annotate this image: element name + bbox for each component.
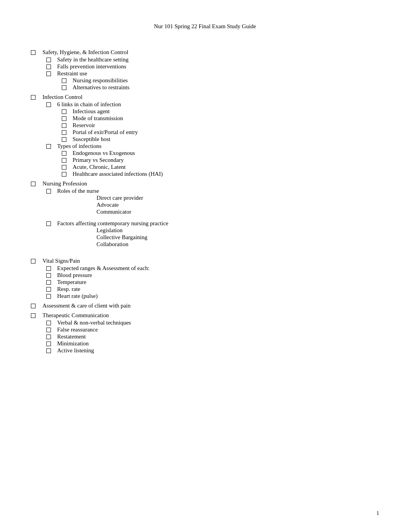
bullet-icon: [62, 122, 73, 128]
section-vitals: Vital Signs/Pain Expected ranges & Asses…: [31, 258, 379, 299]
page-header: Nur 101 Spring 22 Final Exam Study Guide: [31, 23, 379, 30]
level2-item: Factors affecting contemporary nursing p…: [31, 220, 379, 227]
bullet-icon: [46, 320, 57, 325]
sub-item-label: Advocate: [97, 202, 119, 208]
bullet-icon: [46, 272, 57, 278]
level3-item: Healthcare associated infections (HAI): [31, 171, 379, 177]
level2-item: Expected ranges & Assessment of each:: [31, 265, 379, 272]
section-communication: Therapeutic Communication Verbal & non-v…: [31, 312, 379, 354]
level2-item: Minimization: [31, 340, 379, 347]
section-label: Nursing Profession: [42, 180, 379, 187]
bullet-icon: [46, 293, 57, 299]
section-label: Safety, Hygiene, & Infection Control: [42, 49, 379, 56]
bullet-icon: [46, 279, 57, 285]
bullet-icon: [62, 164, 73, 170]
level2-item: Safety in the healthcare setting: [31, 56, 379, 63]
level2-item: Resp. rate: [31, 286, 379, 292]
level1-item: Assessment & care of client with pain: [31, 303, 379, 309]
item-label: Heart rate (pulse): [57, 293, 379, 299]
item-label: Primary vs Secondary: [73, 157, 379, 163]
item-label: Endogenous vs Exogenous: [73, 150, 379, 156]
level2-item: Restatement: [31, 333, 379, 340]
level4-item: Collaboration: [31, 241, 379, 248]
item-label: Nursing responsibilities: [73, 77, 379, 84]
level4-item: Direct care provider: [31, 195, 379, 201]
item-label: False reassurance: [57, 326, 379, 333]
level2-item: 6 links in chain of infection: [31, 101, 379, 108]
bullet-icon: [46, 101, 57, 107]
sub-item-label: Collaboration: [97, 241, 129, 247]
item-label: Active listening: [57, 347, 379, 354]
bullet-icon: [31, 258, 42, 263]
item-label: Infectious agent: [73, 108, 379, 115]
bullet-icon: [62, 157, 73, 163]
level3-item: Alternatives to restraints: [31, 84, 379, 91]
level3-item: Mode of transmission: [31, 115, 379, 122]
bullet-icon: [46, 340, 57, 346]
level2-item: Active listening: [31, 347, 379, 354]
bullet-icon: [46, 70, 57, 76]
section-label: Therapeutic Communication: [42, 312, 379, 319]
level2-item: Verbal & non-verbal techniques: [31, 320, 379, 326]
sub-item-label: Collective Bargaining: [97, 234, 147, 240]
spacer: [31, 216, 379, 220]
spacer: [31, 251, 379, 255]
page: Nur 101 Spring 22 Final Exam Study Guide…: [0, 0, 410, 532]
item-label: 6 links in chain of infection: [57, 101, 379, 108]
level2-item: False reassurance: [31, 326, 379, 333]
level3-item: Primary vs Secondary: [31, 157, 379, 163]
section-infection: Infection Control 6 links in chain of in…: [31, 94, 379, 177]
bullet-icon: [46, 347, 57, 353]
item-label: Healthcare associated infections (HAI): [73, 171, 379, 177]
sub-item-label: Legislation: [97, 227, 123, 233]
item-label: Restatement: [57, 333, 379, 340]
header-title: Nur 101 Spring 22 Final Exam Study Guide: [154, 23, 256, 29]
level4-item: Communicator: [31, 209, 379, 215]
bullet-icon: [62, 108, 73, 114]
sub-item-label: Direct care provider: [97, 195, 143, 201]
bullet-icon: [62, 150, 73, 156]
level4-item: Collective Bargaining: [31, 234, 379, 241]
level3-item: Infectious agent: [31, 108, 379, 115]
level2-item: Falls prevention interventions: [31, 63, 379, 70]
level2-item: Blood pressure: [31, 272, 379, 279]
item-label: Verbal & non-verbal techniques: [57, 320, 379, 326]
bullet-icon: [31, 94, 42, 100]
level3-item: Acute, Chronic, Latent: [31, 164, 379, 170]
item-label: Falls prevention interventions: [57, 63, 379, 70]
bullet-icon: [31, 49, 42, 55]
section-safety: Safety, Hygiene, & Infection Control Saf…: [31, 49, 379, 91]
level3-item: Endogenous vs Exogenous: [31, 150, 379, 156]
level4-item: Advocate: [31, 202, 379, 208]
bullet-icon: [46, 143, 57, 149]
bullet-icon: [62, 136, 73, 142]
level1-item: Therapeutic Communication: [31, 312, 379, 319]
item-label: Blood pressure: [57, 272, 379, 279]
level3-item: Reservoir: [31, 122, 379, 129]
level3-item: Portal of exit/Portal of entry: [31, 129, 379, 136]
level1-item: Infection Control: [31, 94, 379, 100]
bullet-icon: [46, 333, 57, 339]
level2-item: Roles of the nurse: [31, 188, 379, 194]
bullet-icon: [62, 129, 73, 135]
level2-item: Types of infections: [31, 143, 379, 150]
section-nursing: Nursing Profession Roles of the nurse Di…: [31, 180, 379, 248]
level2-item: Restraint use: [31, 70, 379, 77]
item-label: Mode of transmission: [73, 115, 379, 122]
level2-item: Temperature: [31, 279, 379, 286]
item-label: Safety in the healthcare setting: [57, 56, 379, 63]
item-label: Types of infections: [57, 143, 379, 150]
bullet-icon: [31, 180, 42, 186]
bullet-icon: [62, 171, 73, 177]
bullet-icon: [31, 312, 42, 318]
sub-item-label: Communicator: [97, 209, 131, 215]
bullet-icon: [46, 63, 57, 69]
bullet-icon: [46, 265, 57, 271]
bullet-icon: [62, 84, 73, 90]
item-label: Expected ranges & Assessment of each:: [57, 265, 379, 272]
bullet-icon: [46, 326, 57, 332]
level3-item: Susceptible host: [31, 136, 379, 143]
item-label: Minimization: [57, 340, 379, 347]
level1-item: Nursing Profession: [31, 180, 379, 187]
item-label: Reservoir: [73, 122, 379, 129]
